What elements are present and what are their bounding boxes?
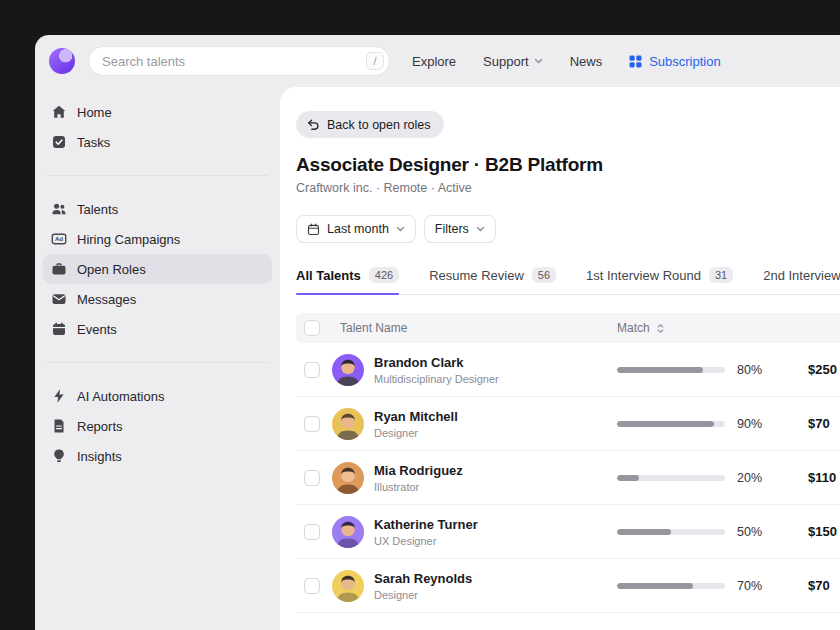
talent-cell: Katherine Turner UX Designer xyxy=(332,516,617,548)
talent-name: Katherine Turner xyxy=(374,517,478,532)
sidebar-item-insights[interactable]: Insights xyxy=(43,441,272,471)
talent-name: Mia Rodriguez xyxy=(374,463,463,478)
tab-count-badge: 426 xyxy=(369,267,399,283)
nav-explore[interactable]: Explore xyxy=(412,54,456,69)
sidebar: Home Tasks Talents Ad Hiring Campaigns xyxy=(35,87,280,630)
pipeline-tabs: All Talents 426 Resume Review 56 1st Int… xyxy=(296,267,840,295)
column-header-match[interactable]: Match xyxy=(617,321,777,335)
sidebar-item-label: Open Roles xyxy=(77,262,146,277)
sidebar-item-label: Insights xyxy=(77,449,122,464)
tab-label: Resume Review xyxy=(429,268,524,283)
sidebar-item-label: Home xyxy=(77,105,112,120)
subscription-icon xyxy=(629,55,642,68)
table-row[interactable]: Sarah Reynolds Designer 70% $70 xyxy=(296,559,840,613)
sidebar-item-home[interactable]: Home xyxy=(43,97,272,127)
sidebar-item-open-roles[interactable]: Open Roles xyxy=(43,254,272,284)
match-progress-fill xyxy=(617,421,714,427)
row-checkbox[interactable] xyxy=(304,578,320,594)
sidebar-item-hiring-campaigns[interactable]: Ad Hiring Campaigns xyxy=(43,224,272,254)
chevron-down-icon xyxy=(476,225,485,233)
page-subtitle: Craftwork inc. · Remote · Active xyxy=(296,181,840,195)
match-progress-bar xyxy=(617,421,725,427)
filter-row: Last month Filters xyxy=(296,215,840,243)
sidebar-item-tasks[interactable]: Tasks xyxy=(43,127,272,157)
match-progress-fill xyxy=(617,583,693,589)
nav-support[interactable]: Support xyxy=(483,54,543,69)
filters-label: Filters xyxy=(435,222,469,236)
sidebar-item-label: Talents xyxy=(77,202,118,217)
talent-name: Brandon Clark xyxy=(374,355,499,370)
match-progress-bar xyxy=(617,529,725,535)
sidebar-item-label: Reports xyxy=(77,419,123,434)
talent-role: Designer xyxy=(374,589,472,601)
date-range-button[interactable]: Last month xyxy=(296,215,416,243)
match-progress-fill xyxy=(617,475,639,481)
match-cell: 70% xyxy=(617,579,777,593)
rate-value: $150 xyxy=(777,524,840,539)
date-range-label: Last month xyxy=(327,222,389,236)
avatar xyxy=(332,354,364,386)
tab-count-badge: 56 xyxy=(532,267,556,283)
sort-icon xyxy=(656,323,665,334)
tasks-icon xyxy=(51,134,67,150)
match-cell: 90% xyxy=(617,417,777,431)
row-checkbox[interactable] xyxy=(304,524,320,540)
sidebar-item-label: Messages xyxy=(77,292,136,307)
talents-table: Talent Name Match xyxy=(296,313,840,613)
table-row[interactable]: Mia Rodriguez Illustrator 20% $110 xyxy=(296,451,840,505)
tab-1st-interview-round[interactable]: 1st Interview Round 31 xyxy=(586,267,733,294)
events-calendar-icon xyxy=(51,321,67,337)
sidebar-item-label: Events xyxy=(77,322,117,337)
talent-name: Sarah Reynolds xyxy=(374,571,472,586)
match-progress-bar xyxy=(617,583,725,589)
nav-news[interactable]: News xyxy=(570,54,603,69)
select-all-checkbox[interactable] xyxy=(304,320,320,336)
talents-icon xyxy=(51,201,67,217)
desktop-background: / Explore Support News Subscription xyxy=(0,0,840,630)
calendar-icon xyxy=(307,223,320,236)
row-checkbox[interactable] xyxy=(304,470,320,486)
sidebar-item-reports[interactable]: Reports xyxy=(43,411,272,441)
tab-resume-review[interactable]: Resume Review 56 xyxy=(429,267,556,294)
match-percent: 70% xyxy=(737,579,762,593)
row-checkbox[interactable] xyxy=(304,416,320,432)
filters-button[interactable]: Filters xyxy=(424,215,496,243)
sidebar-item-messages[interactable]: Messages xyxy=(43,284,272,314)
tab-all-talents[interactable]: All Talents 426 xyxy=(296,267,399,294)
talent-cell: Mia Rodriguez Illustrator xyxy=(332,462,617,494)
rate-value: $70 xyxy=(777,578,840,593)
main-panel: Back to open roles Associate Designer · … xyxy=(280,87,840,630)
lightning-bolt-icon xyxy=(51,388,67,404)
match-cell: 80% xyxy=(617,363,777,377)
app-logo[interactable] xyxy=(49,48,75,74)
sidebar-divider xyxy=(47,362,268,363)
table-row[interactable]: Ryan Mitchell Designer 90% $70 xyxy=(296,397,840,451)
table-row[interactable]: Brandon Clark Multidisciplinary Designer… xyxy=(296,343,840,397)
sidebar-item-ai-automations[interactable]: AI Automations xyxy=(43,381,272,411)
talent-cell: Sarah Reynolds Designer xyxy=(332,570,617,602)
home-icon xyxy=(51,104,67,120)
rate-value: $110 xyxy=(777,470,840,485)
column-header-talent-name: Talent Name xyxy=(332,321,617,335)
rate-value: $70 xyxy=(777,416,840,431)
avatar xyxy=(332,570,364,602)
avatar xyxy=(332,516,364,548)
tab-2nd-interview-round[interactable]: 2nd Interview Round xyxy=(763,267,840,294)
nav-subscription-label: Subscription xyxy=(649,54,721,69)
avatar xyxy=(332,462,364,494)
sidebar-item-talents[interactable]: Talents xyxy=(43,194,272,224)
talent-role: UX Designer xyxy=(374,535,478,547)
sidebar-item-events[interactable]: Events xyxy=(43,314,272,344)
sidebar-item-label: Hiring Campaigns xyxy=(77,232,180,247)
row-checkbox[interactable] xyxy=(304,362,320,378)
table-row[interactable]: Katherine Turner UX Designer 50% $150 xyxy=(296,505,840,559)
match-progress-fill xyxy=(617,367,703,373)
tab-label: All Talents xyxy=(296,268,361,283)
top-nav: Explore Support News Subscription xyxy=(412,54,721,69)
back-button[interactable]: Back to open roles xyxy=(296,111,444,138)
search-input[interactable] xyxy=(88,46,390,76)
tab-count-badge: 31 xyxy=(709,267,733,283)
svg-text:Ad: Ad xyxy=(55,235,63,242)
talent-cell: Brandon Clark Multidisciplinary Designer xyxy=(332,354,617,386)
nav-subscription[interactable]: Subscription xyxy=(629,54,721,69)
